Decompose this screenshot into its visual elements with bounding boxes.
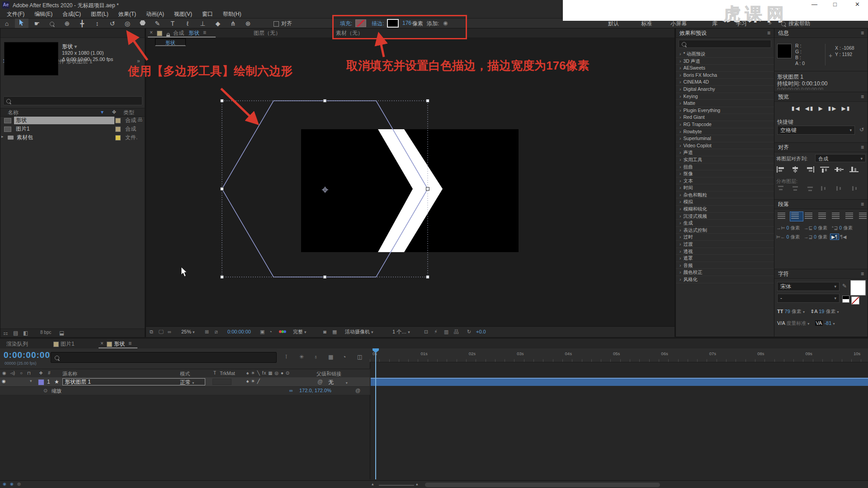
effects-category[interactable]: ›颜色校正 (676, 269, 774, 276)
workspace-standard[interactable]: 标准 (641, 20, 652, 28)
new-folder-icon[interactable]: ▤ (13, 330, 18, 336)
exposure-value[interactable]: +0.0 (476, 327, 486, 337)
panel-menu-icon[interactable]: ≡ (861, 92, 864, 101)
tab-layer[interactable]: 图层（无） (254, 29, 281, 37)
puppet-pin-tool[interactable]: ⊛ (241, 19, 255, 28)
expand-in-point-icon[interactable]: ◉ (3, 482, 6, 486)
panel-menu-icon[interactable]: ≡ (861, 269, 864, 278)
tab-comp-shape[interactable]: 形状 (114, 340, 125, 348)
graph-editor-icon[interactable]: ◫ (357, 354, 362, 360)
effects-category[interactable]: ›过渡 (676, 241, 774, 248)
effects-category[interactable]: ›抠像 (676, 170, 774, 178)
align-left-button[interactable] (776, 166, 785, 174)
effects-category[interactable]: ›Video Copilot (676, 142, 774, 150)
panel-menu-icon[interactable]: ≡ (861, 143, 864, 152)
pen-tool[interactable]: ✎ (151, 19, 164, 28)
menu-item[interactable]: 帮助(H) (218, 10, 246, 18)
tab-composition-label[interactable]: 合成 (173, 29, 184, 37)
project-search-input[interactable] (3, 96, 142, 105)
panel-menu-icon[interactable]: ≡ (861, 200, 864, 209)
zoom-tool[interactable] (45, 19, 59, 28)
distribute-left-button[interactable] (820, 185, 829, 193)
property-pickwhip-icon[interactable]: @ (355, 388, 360, 393)
space-after-value[interactable]: 0 (814, 234, 816, 239)
transport-button[interactable]: ▶▮ (841, 105, 850, 112)
trkmat-t-column[interactable]: T (213, 371, 216, 375)
hand-tool[interactable]: ☛ (30, 19, 44, 28)
distribute-right-button[interactable] (849, 185, 859, 193)
effects-category[interactable]: ›AESweets (676, 65, 774, 72)
effects-category[interactable]: ›Plugin Everything (676, 107, 774, 114)
magnification-select[interactable]: 25% ▾ (181, 327, 195, 337)
pixel-aspect-icon[interactable]: ⊡ (424, 327, 428, 337)
timeline-zoom-slider[interactable] (379, 485, 414, 486)
effects-category[interactable]: ›* 动画预设 (676, 51, 774, 58)
playhead-line[interactable] (375, 348, 376, 479)
sort-caret-icon[interactable]: ▾ (101, 109, 104, 115)
close-tab-icon[interactable]: × (150, 29, 153, 36)
effects-category[interactable]: ›透视 (676, 248, 774, 255)
fill-color-swatch[interactable] (850, 280, 866, 296)
project-color-depth[interactable]: 8 bpc (40, 330, 51, 335)
link-dimensions-icon[interactable]: ∞ (289, 388, 293, 393)
stroke-over-fill-swatch[interactable] (842, 296, 849, 303)
share-view-icon[interactable]: ∞ (168, 327, 171, 337)
align-top-button[interactable] (820, 166, 829, 174)
justify-last-center-button[interactable] (830, 211, 844, 221)
transport-button[interactable]: ▶ (818, 105, 823, 112)
workspace-small-screen[interactable]: 小屏幕 (670, 20, 687, 28)
effects-category[interactable]: ›模拟 (676, 198, 774, 206)
font-size-value[interactable]: 79 (785, 309, 790, 314)
property-value[interactable]: 172.0, 172.0% (299, 388, 331, 393)
expand-transfer-icon[interactable]: ◎ (17, 482, 21, 486)
text-direction-rtl-button[interactable]: ¶◀ (840, 234, 847, 239)
tab-comp-image1[interactable]: 图片1 (61, 340, 75, 348)
align-hcenter-button[interactable] (791, 166, 800, 174)
menu-item[interactable]: 效果(T) (113, 10, 141, 18)
effects-category[interactable]: ›生成 (676, 220, 774, 227)
transport-button[interactable]: ▮◀ (792, 105, 801, 112)
parent-select[interactable]: 无 ▾ (328, 379, 348, 386)
always-preview-icon[interactable]: ⧉ (150, 327, 153, 337)
draft-3d-icon[interactable]: ✳ (299, 354, 304, 360)
effects-category[interactable]: ›实用工具 (676, 156, 774, 164)
property-name[interactable]: 缩放 (52, 388, 61, 394)
effects-category[interactable]: ›时间 (676, 184, 774, 192)
mode-column[interactable]: 模式 (180, 371, 190, 377)
resolution-select[interactable]: 完整 ▾ (293, 327, 307, 337)
effects-category[interactable]: ›扭曲 (676, 164, 774, 171)
transport-button[interactable]: ◀▮ (805, 105, 814, 112)
comp-caret-icon[interactable]: ▾ (74, 43, 77, 50)
layer-duration-bar[interactable] (371, 378, 868, 386)
font-style-select[interactable]: -▾ (777, 294, 840, 303)
blend-mode-select[interactable]: 正常 ▾ (180, 379, 194, 386)
transport-button[interactable]: ▮▶ (828, 105, 837, 112)
eyedropper-icon[interactable]: ✎ (842, 283, 847, 289)
workspace-libraries[interactable]: 库 (712, 20, 717, 28)
current-time-button[interactable]: 0:00:00:00 (227, 327, 251, 337)
effects-category[interactable]: ›音频 (676, 262, 774, 269)
selected-comp-name[interactable]: 形状 (62, 43, 73, 50)
tab-render-queue[interactable]: 渲染队列 (6, 340, 28, 348)
justify-all-button[interactable] (858, 211, 868, 221)
layer-switches[interactable]: ♠ ☀ ╱ (246, 379, 260, 384)
choose-grid-icon[interactable]: ⊞ (205, 327, 209, 337)
menu-item[interactable]: 视图(V) (169, 10, 197, 18)
table-row[interactable]: 形状 合成 品 (0, 116, 145, 125)
timeline-jump-icon[interactable]: ▥ (444, 327, 448, 337)
effects-category[interactable]: ›Matte (676, 100, 774, 107)
justify-last-right-button[interactable] (844, 211, 858, 221)
show-snapshot-icon[interactable]: ◔ (269, 327, 272, 337)
panel-menu-icon[interactable]: ≡ (861, 28, 864, 38)
distribute-vcenter-button[interactable] (791, 185, 800, 193)
effects-search-input[interactable] (679, 40, 771, 48)
effects-category[interactable]: ›CINEMA 4D (676, 79, 774, 86)
minimize-button[interactable]: — (811, 1, 817, 8)
mask-visibility-icon[interactable]: ⧄ (215, 327, 218, 337)
indent-first-value[interactable]: 0 (814, 225, 816, 230)
menu-item[interactable]: 图层(L) (86, 10, 113, 18)
effects-category[interactable]: ›Digital Anarchy (676, 86, 774, 93)
expand-arrow-icon[interactable]: ▸ (1, 134, 4, 139)
effects-category[interactable]: ›声道 (676, 149, 774, 156)
selection-tool[interactable] (15, 19, 28, 28)
